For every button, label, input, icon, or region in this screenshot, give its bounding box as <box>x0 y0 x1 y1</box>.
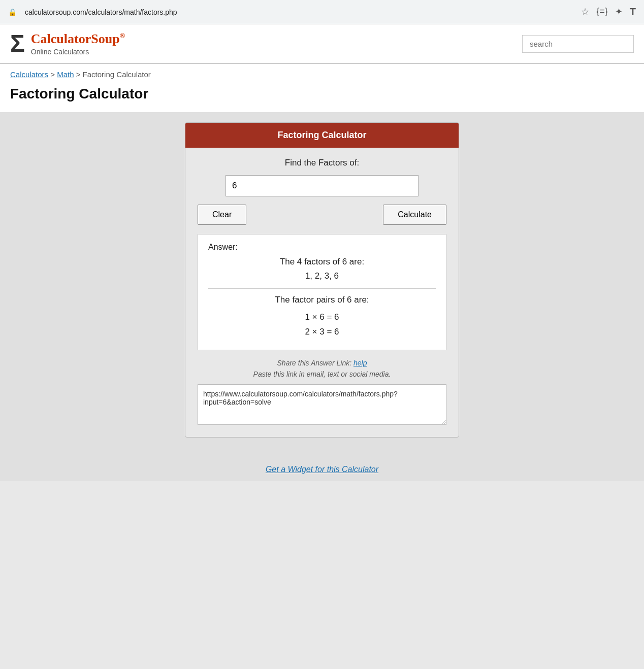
share-help-link[interactable]: help <box>353 359 367 367</box>
calc-buttons: Clear Calculate <box>198 205 446 225</box>
breadcrumb: Calculators > Math > Factoring Calculato… <box>0 64 644 82</box>
page-title-area: Factoring Calculator <box>0 82 644 112</box>
logo-name: CalculatorSoup® <box>31 31 125 47</box>
factors-list: 1, 2, 3, 6 <box>208 271 436 281</box>
logo-tagline: Online Calculators <box>31 48 125 56</box>
lock-icon: 🔒 <box>8 8 17 16</box>
share-section: Share this Answer Link: help Paste this … <box>198 357 446 380</box>
share-text2: Paste this link in email, text or social… <box>253 370 391 378</box>
breadcrumb-math[interactable]: Math <box>57 70 74 79</box>
sigma-icon: Σ <box>10 31 25 56</box>
pair-1: 1 × 6 = 6 <box>208 310 436 325</box>
logo-name-colored: Soup <box>91 31 119 46</box>
calc-body: Find the Factors of: Clear Calculate Ans… <box>185 148 459 437</box>
widget-link[interactable]: Get a Widget for this Calculator <box>266 465 378 474</box>
braces-icon[interactable]: {=} <box>596 6 608 18</box>
pairs-title: The factor pairs of 6 are: <box>208 295 436 305</box>
answer-label: Answer: <box>208 243 436 252</box>
answer-divider <box>208 288 436 289</box>
share-url-box[interactable] <box>198 384 446 425</box>
text-icon[interactable]: T <box>630 6 636 18</box>
main-content: Factoring Calculator Find the Factors of… <box>0 112 644 458</box>
url-bar[interactable]: calculatorsoup.com/calculators/math/fact… <box>25 8 573 16</box>
clear-button[interactable]: Clear <box>198 205 246 225</box>
answer-box: Answer: The 4 factors of 6 are: 1, 2, 3,… <box>198 234 446 350</box>
calc-widget: Factoring Calculator Find the Factors of… <box>185 122 459 438</box>
logo-reg: ® <box>120 32 125 40</box>
breadcrumb-calculators[interactable]: Calculators <box>10 70 48 79</box>
calculate-button[interactable]: Calculate <box>383 205 446 225</box>
page-title: Factoring Calculator <box>10 86 634 102</box>
calc-prompt: Find the Factors of: <box>198 158 446 168</box>
pairs-list: 1 × 6 = 6 2 × 3 = 6 <box>208 310 436 340</box>
factors-title: The 4 factors of 6 are: <box>208 257 436 267</box>
site-header: Σ CalculatorSoup® Online Calculators <box>0 24 644 64</box>
breadcrumb-current: Factoring Calculator <box>83 70 151 79</box>
share-text1: Share this Answer Link: <box>277 359 352 367</box>
logo-area: Σ CalculatorSoup® Online Calculators <box>10 31 125 56</box>
dropbox-icon[interactable]: ✦ <box>615 6 623 18</box>
number-input[interactable] <box>226 175 418 196</box>
search-input[interactable] <box>522 35 634 53</box>
answer-content: The 4 factors of 6 are: 1, 2, 3, 6 The f… <box>208 257 436 340</box>
star-icon[interactable]: ☆ <box>581 6 589 18</box>
breadcrumb-sep1: > <box>50 70 57 79</box>
pair-2: 2 × 3 = 6 <box>208 325 436 340</box>
logo-text: CalculatorSoup® Online Calculators <box>31 31 125 56</box>
page-wrapper: Σ CalculatorSoup® Online Calculators Cal… <box>0 24 644 481</box>
logo-name-plain: Calculator <box>31 31 91 46</box>
browser-chrome: 🔒 calculatorsoup.com/calculators/math/fa… <box>0 0 644 24</box>
content-area: Calculators > Math > Factoring Calculato… <box>0 64 644 481</box>
calc-widget-title: Factoring Calculator <box>185 123 459 148</box>
breadcrumb-sep2: > <box>76 70 83 79</box>
browser-toolbar: ☆ {=} ✦ T <box>581 6 636 18</box>
widget-link-bar: Get a Widget for this Calculator <box>0 458 644 481</box>
